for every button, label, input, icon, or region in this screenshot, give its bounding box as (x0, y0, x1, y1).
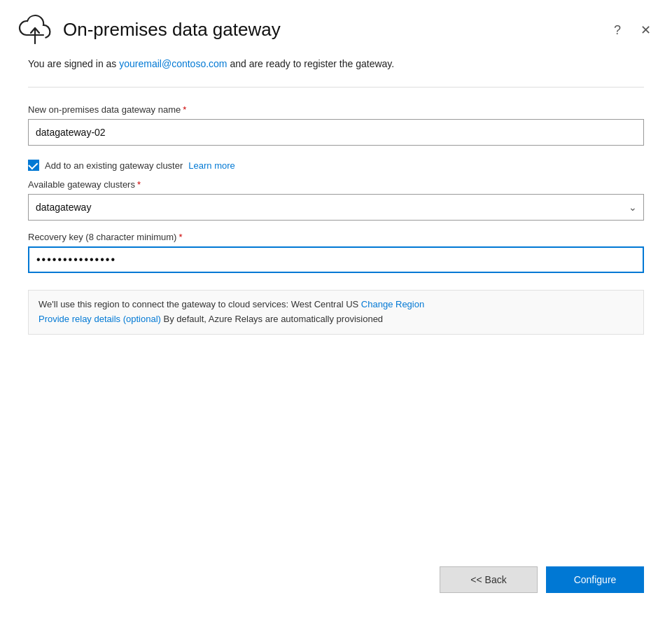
dialog-title-area: On-premises data gateway (17, 13, 281, 47)
cluster-group: Available gateway clusters* datagateway … (28, 179, 644, 221)
cloud-upload-icon (17, 13, 53, 47)
checkbox-row: Add to an existing gateway cluster Learn… (28, 160, 644, 171)
cluster-label: Available gateway clusters* (28, 179, 644, 190)
gateway-name-label: New on-premises data gateway name* (28, 104, 644, 115)
recovery-key-input[interactable] (28, 246, 644, 273)
gateway-name-group: New on-premises data gateway name* (28, 104, 644, 146)
info-box: We'll use this region to connect the gat… (28, 290, 644, 335)
footer-buttons: << Back Configure (0, 566, 672, 621)
recovery-required-star: * (178, 232, 182, 242)
cluster-select-wrapper: datagateway ⌄ (28, 194, 644, 221)
help-button[interactable]: ? (610, 22, 625, 38)
checkbox-label: Add to an existing gateway cluster (45, 160, 183, 171)
dialog-controls: ? ✕ (610, 22, 655, 38)
user-email: youremail@contoso.com (119, 58, 227, 69)
provide-relay-link[interactable]: Provide relay details (optional) (38, 314, 161, 324)
required-star: * (183, 104, 186, 115)
gateway-name-input[interactable] (28, 119, 644, 146)
close-button[interactable]: ✕ (636, 22, 655, 38)
back-button[interactable]: << Back (440, 566, 538, 593)
signed-in-text: You are signed in as youremail@contoso.c… (28, 57, 644, 71)
cluster-required-star: * (137, 179, 141, 190)
dialog-body: You are signed in as youremail@contoso.c… (0, 47, 672, 566)
add-to-cluster-checkbox[interactable] (28, 160, 39, 171)
cluster-select[interactable]: datagateway (28, 194, 644, 221)
change-region-link[interactable]: Change Region (361, 299, 424, 309)
dialog-header: On-premises data gateway ? ✕ (0, 0, 672, 47)
section-divider (28, 87, 644, 88)
dialog: On-premises data gateway ? ✕ You are sig… (0, 0, 672, 621)
learn-more-link[interactable]: Learn more (188, 160, 234, 171)
configure-button[interactable]: Configure (546, 566, 644, 593)
recovery-key-label: Recovery key (8 character minimum)* (28, 232, 644, 242)
recovery-key-group: Recovery key (8 character minimum)* (28, 232, 644, 273)
dialog-title: On-premises data gateway (63, 19, 281, 41)
